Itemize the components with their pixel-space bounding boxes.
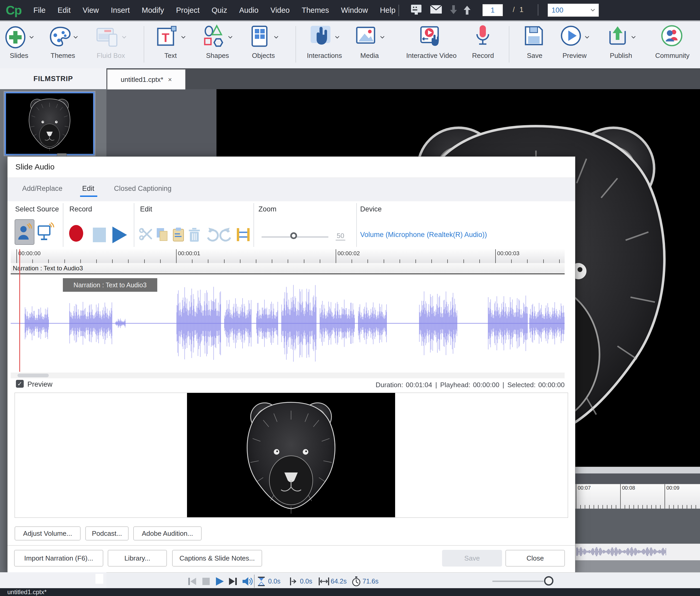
zoom-select[interactable]: 100	[548, 4, 599, 17]
toolbar-objects[interactable]: Objects	[229, 23, 297, 60]
toolbar-media[interactable]: Media	[336, 23, 403, 60]
redo-icon	[218, 227, 233, 242]
scrollbar-thumb[interactable]	[18, 373, 49, 377]
trim-icon[interactable]	[236, 227, 250, 242]
playhead-marker[interactable]	[19, 249, 20, 372]
document-tab-title: untitled1.cptx*	[121, 76, 163, 84]
tab-add-replace[interactable]: Add/Replace	[22, 185, 62, 193]
menu-modify[interactable]: Modify	[142, 6, 164, 15]
captions-slide-notes-button[interactable]: Captions & Slide Notes...	[172, 550, 262, 567]
playhead-time: 0.0s	[300, 573, 312, 590]
narration-source-button[interactable]	[15, 219, 34, 245]
dialog-title: Slide Audio	[16, 162, 54, 171]
properties-panel-icon[interactable]	[410, 4, 423, 16]
divider	[253, 203, 254, 247]
record-label: Record	[69, 205, 92, 213]
waveform-scrollbar[interactable]	[11, 372, 565, 378]
stop-button	[93, 228, 106, 242]
themes-icon	[48, 24, 72, 50]
edit-label: Edit	[140, 205, 152, 213]
chevron-down-icon	[631, 36, 635, 38]
go-to-start-button[interactable]	[187, 573, 198, 590]
slides-icon	[4, 24, 28, 50]
paste-icon[interactable]	[171, 227, 186, 242]
timeline-scroll-strip[interactable]	[575, 467, 700, 474]
menu-window[interactable]: Window	[341, 6, 368, 15]
duration-value: 00:01:04	[406, 381, 432, 389]
menu-help[interactable]: Help	[380, 6, 396, 15]
menu-edit[interactable]: Edit	[58, 6, 71, 15]
playhead-value: 00:00:00	[473, 381, 499, 389]
tab-edit[interactable]: Edit	[82, 185, 94, 193]
close-button[interactable]: Close	[505, 550, 565, 567]
playback-zoom-slider[interactable]	[493, 580, 544, 582]
stop-playback-button[interactable]	[202, 573, 210, 590]
divider	[538, 4, 538, 16]
menu-view[interactable]: View	[83, 6, 99, 15]
move-down-icon[interactable]	[449, 5, 458, 15]
scroll-corner	[96, 574, 103, 584]
delete-icon	[187, 227, 201, 242]
app-logo: Cp	[6, 3, 21, 18]
bear-preview-image	[234, 394, 348, 517]
record-button[interactable]	[69, 225, 83, 242]
toolbar-fluid-box: Fluid Box	[77, 23, 145, 60]
audio-timeline-ruler[interactable]: 00:00:0000:00:0100:00:0200:00:03	[11, 249, 565, 263]
chevron-down-icon	[122, 36, 126, 38]
menu-audio[interactable]: Audio	[239, 6, 258, 15]
toolbar: Slides Themes Fluid Box T Text	[0, 21, 700, 69]
mute-button[interactable]	[242, 573, 253, 590]
menu-themes[interactable]: Themes	[302, 6, 329, 15]
timeline-ruler-background: 00:0700:0800:09	[575, 484, 700, 509]
selected-duration-icon	[318, 573, 330, 590]
adjust-volume-button[interactable]: Adjust Volume...	[15, 526, 81, 541]
go-to-end-button[interactable]	[228, 573, 239, 590]
slide-thumbnail[interactable]	[4, 92, 95, 155]
clip-name-tooltip: Narration : Text to Audio3	[63, 278, 157, 292]
undo-icon	[205, 227, 220, 242]
playback-zoom-knob[interactable]	[544, 576, 553, 586]
menu-insert[interactable]: Insert	[111, 6, 130, 15]
filmstrip-footer	[0, 572, 107, 590]
menu-quiz[interactable]: Quiz	[211, 6, 227, 15]
slide-count: / 1	[509, 6, 523, 14]
mail-icon[interactable]	[430, 5, 442, 14]
import-narration-button[interactable]: Import Narration (F6)...	[14, 550, 103, 567]
active-tab-underline	[80, 196, 97, 197]
timeline-track-background	[575, 509, 700, 544]
device-volume-link[interactable]: Volume (Microphone (Realtek(R) Audio))	[360, 231, 487, 239]
play-button[interactable]	[112, 227, 127, 243]
tab-closed-captioning[interactable]: Closed Captioning	[114, 185, 172, 193]
close-icon[interactable]: ×	[168, 76, 172, 84]
elapsed-time: 0.0s	[268, 573, 280, 590]
toolbar-community[interactable]: Community	[639, 23, 700, 60]
dialog-tabs: Add/Replace Edit Closed Captioning	[7, 178, 575, 201]
adobe-audition-button[interactable]: Adobe Audition...	[133, 526, 202, 541]
podcast-button[interactable]: Podcast...	[85, 526, 129, 541]
chevron-down-icon	[274, 36, 278, 38]
zoom-slider-knob[interactable]	[290, 232, 297, 239]
chevron-down-icon	[591, 9, 595, 11]
chevron-down-icon	[380, 36, 384, 38]
play-playback-button[interactable]	[216, 573, 224, 590]
audio-track-header[interactable]: Narration : Text to Audio3	[11, 263, 565, 274]
toolbar-label: Fluid Box	[77, 52, 145, 60]
menu-file[interactable]: File	[33, 6, 46, 15]
move-up-icon[interactable]	[462, 5, 472, 15]
zoom-value[interactable]: 50	[336, 232, 345, 240]
playback-bar: 0.0s 0.0s 64.2s 71.6s	[106, 572, 700, 590]
menu-project[interactable]: Project	[176, 6, 200, 15]
document-tab[interactable]: untitled1.cptx* ×	[107, 69, 185, 89]
library-button[interactable]: Library...	[108, 550, 167, 567]
menu-video[interactable]: Video	[271, 6, 290, 15]
preview-checkbox[interactable]: ✓	[16, 380, 24, 388]
slide-number-input[interactable]: 1	[482, 4, 503, 16]
text-icon: T	[156, 24, 180, 50]
playhead-time-icon	[289, 573, 298, 590]
total-duration-icon	[351, 573, 361, 590]
zoom-label: Zoom	[258, 205, 276, 213]
copy-icon[interactable]	[155, 227, 169, 242]
system-audio-source-button[interactable]	[37, 222, 55, 243]
device-label: Device	[360, 205, 382, 213]
narrator-icon	[17, 223, 32, 241]
